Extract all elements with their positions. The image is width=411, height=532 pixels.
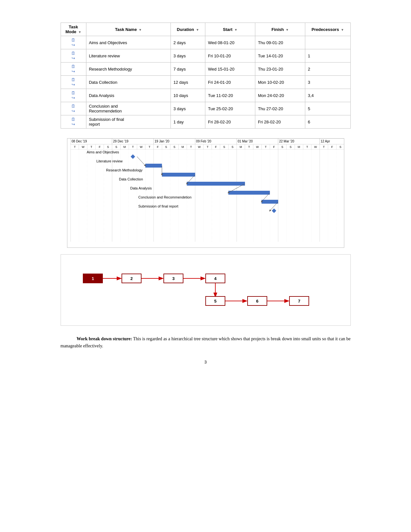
sort-arrow-start: ▼: [234, 28, 238, 32]
svg-text:T: T: [323, 145, 325, 149]
svg-text:5: 5: [214, 299, 216, 304]
svg-text:22 Mar '20: 22 Mar '20: [279, 140, 294, 143]
cell-duration: 10 days: [171, 89, 205, 102]
cell-start: Wed 08-01-20: [205, 36, 255, 49]
table-row: 🗓↪Data Collection12 daysFri 24-01-20Mon …: [61, 76, 350, 89]
svg-text:M: M: [123, 145, 126, 149]
cell-start: Tue 11-02-20: [205, 89, 255, 102]
svg-text:S: S: [281, 145, 283, 149]
cell-finish: Thu 09-01-20: [255, 36, 305, 49]
col-header-start[interactable]: Start ▼: [205, 23, 255, 36]
cell-duration: 7 days: [171, 63, 205, 76]
cell-name: Data Analysis: [86, 89, 171, 102]
task-mode-cell: 🗓↪: [61, 102, 86, 115]
col-header-duration[interactable]: Duration ▼: [171, 23, 205, 36]
svg-text:T: T: [306, 145, 308, 149]
svg-text:09 Feb '20: 09 Feb '20: [196, 140, 211, 143]
svg-text:Research Methodology: Research Methodology: [106, 168, 143, 172]
col-header-task-mode[interactable]: TaskMode ▼: [61, 23, 86, 36]
table-row: 🗓↪Aims and Objectives2 daysWed 08-01-20T…: [61, 36, 350, 49]
sort-arrow-name: ▼: [139, 28, 142, 32]
svg-text:M: M: [181, 145, 184, 149]
svg-text:4: 4: [214, 276, 217, 281]
cell-name: Data Collection: [86, 76, 171, 89]
cell-name: Literature review: [86, 49, 171, 63]
svg-text:S: S: [165, 145, 167, 149]
svg-text:19 Jan '20: 19 Jan '20: [154, 140, 169, 143]
cell-name: Research Methodology: [86, 63, 171, 76]
svg-text:T: T: [248, 145, 250, 149]
svg-text:T: T: [207, 145, 209, 149]
cell-pred: 3: [305, 76, 350, 89]
task-mode-cell: 🗓↪: [61, 63, 86, 76]
svg-text:29 Dec '19: 29 Dec '19: [113, 140, 128, 143]
cell-finish: Mon 10-02-20: [255, 76, 305, 89]
svg-text:12 Apr: 12 Apr: [320, 140, 330, 143]
svg-text:6: 6: [256, 299, 258, 304]
svg-text:Literature review: Literature review: [96, 159, 122, 163]
svg-text:T: T: [148, 145, 150, 149]
svg-marker-115: [131, 154, 135, 159]
table-row: 🗓↪Submission of final report1 dayFri 28-…: [61, 115, 350, 129]
svg-rect-123: [228, 191, 270, 195]
cell-pred: 3,4: [305, 89, 350, 102]
svg-text:F: F: [273, 145, 275, 149]
cell-duration: 2 days: [171, 36, 205, 49]
col-header-predecessors[interactable]: Predecessors ▼: [305, 23, 350, 36]
svg-rect-121: [187, 182, 245, 186]
svg-text:T: T: [74, 145, 76, 149]
svg-text:S: S: [107, 145, 109, 149]
cell-start: Fri 28-02-20: [205, 115, 255, 129]
cell-finish: Mon 24-02-20: [255, 89, 305, 102]
svg-text:F: F: [157, 145, 159, 149]
cell-finish: Thu 23-01-20: [255, 63, 305, 76]
cell-start: Wed 15-01-20: [205, 63, 255, 76]
table-row: 🗓↪Conclusion and Recommendetion3 daysTue…: [61, 102, 350, 115]
svg-text:S: S: [173, 145, 175, 149]
cell-start: Tue 25-02-20: [205, 102, 255, 115]
svg-text:08 Dec '19: 08 Dec '19: [72, 140, 87, 143]
col-header-finish[interactable]: Finish ▼: [255, 23, 305, 36]
network-diagram-section: 1234567: [61, 254, 351, 326]
gantt-table-body: 🗓↪Aims and Objectives2 daysWed 08-01-20T…: [61, 36, 350, 129]
col-header-task-name[interactable]: Task Name ▼: [86, 23, 171, 36]
svg-text:T: T: [132, 145, 134, 149]
body-paragraph: Work break down structure: This is regar…: [61, 335, 351, 350]
svg-text:7: 7: [298, 299, 300, 304]
svg-text:2: 2: [130, 276, 132, 281]
svg-text:S: S: [231, 145, 233, 149]
svg-line-128: [137, 157, 145, 166]
svg-text:T: T: [190, 145, 192, 149]
svg-text:W: W: [198, 145, 201, 149]
svg-text:W: W: [256, 145, 259, 149]
svg-text:F: F: [331, 145, 333, 149]
svg-text:Submission of final report: Submission of final report: [138, 204, 178, 208]
cell-name: Conclusion and Recommendetion: [86, 102, 171, 115]
table-row: 🗓↪Data Analysis10 daysTue 11-02-20Mon 24…: [61, 89, 350, 102]
sort-arrow-duration: ▼: [196, 28, 199, 32]
sort-arrow-pred: ▼: [341, 28, 344, 32]
cell-duration: 3 days: [171, 49, 205, 63]
svg-text:W: W: [140, 145, 142, 149]
svg-text:T: T: [90, 145, 92, 149]
task-mode-cell: 🗓↪: [61, 89, 86, 102]
gantt-chart-section: 08 Dec '1929 Dec '1919 Jan '2009 Feb '20…: [61, 138, 351, 248]
cell-pred: 5: [305, 102, 350, 115]
cell-finish: Tue 14-01-20: [255, 49, 305, 63]
gantt-chart-svg: 08 Dec '1929 Dec '1919 Jan '2009 Feb '20…: [67, 138, 344, 248]
body-bold-label: Work break down structure:: [77, 336, 132, 341]
svg-text:Aims and Objectives: Aims and Objectives: [87, 150, 119, 154]
cell-pred: 6: [305, 115, 350, 129]
svg-text:S: S: [339, 145, 341, 149]
cell-duration: 3 days: [171, 102, 205, 115]
svg-text:S: S: [223, 145, 225, 149]
cell-start: Fri 24-01-20: [205, 76, 255, 89]
svg-text:3: 3: [172, 276, 174, 281]
cell-pred: 1: [305, 49, 350, 63]
svg-text:1: 1: [92, 276, 94, 281]
svg-text:F: F: [99, 145, 101, 149]
task-mode-cell: 🗓↪: [61, 49, 86, 63]
svg-text:Data Analysis: Data Analysis: [130, 186, 152, 190]
cell-duration: 12 days: [171, 76, 205, 89]
svg-marker-127: [272, 208, 276, 213]
